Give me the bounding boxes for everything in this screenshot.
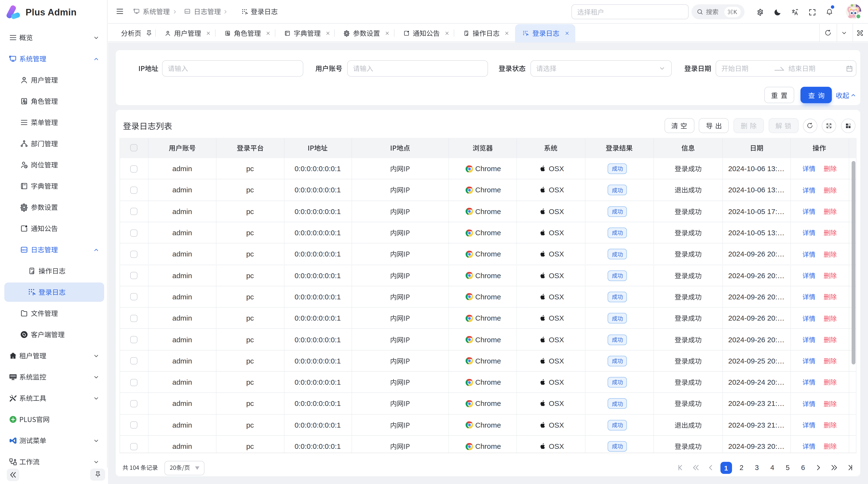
svg-text:DEV: DEV [185,10,189,13]
svg-text:DEV: DEV [22,249,27,251]
